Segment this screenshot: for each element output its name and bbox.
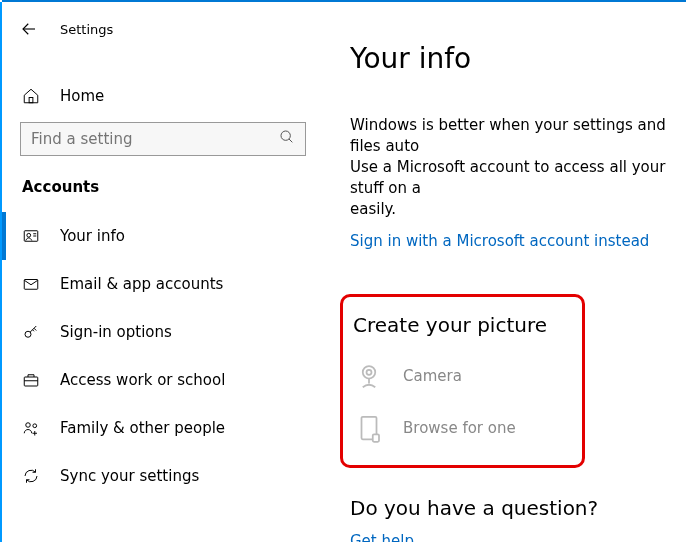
key-icon — [22, 323, 40, 341]
question-heading: Do you have a question? — [350, 496, 686, 520]
browse-icon — [353, 413, 385, 443]
browse-label: Browse for one — [403, 419, 516, 437]
browse-option[interactable]: Browse for one — [353, 413, 582, 443]
svg-point-13 — [33, 424, 37, 428]
nav-label: Family & other people — [60, 419, 225, 437]
home-icon — [22, 87, 40, 105]
highlight-box: Create your picture Camera Browse for on… — [340, 294, 585, 468]
sync-icon — [22, 467, 40, 485]
camera-icon — [353, 361, 385, 391]
svg-line-3 — [289, 139, 292, 142]
svg-point-16 — [363, 366, 376, 379]
title-bar: Settings — [2, 12, 324, 46]
svg-point-5 — [27, 233, 31, 237]
info-line: Use a Microsoft account to access all yo… — [350, 158, 665, 197]
info-line: Windows is better when your settings and… — [350, 116, 666, 155]
page-title: Your info — [350, 42, 686, 75]
nav-label: Access work or school — [60, 371, 225, 389]
svg-point-17 — [367, 370, 372, 375]
camera-option[interactable]: Camera — [353, 361, 582, 391]
home-item[interactable]: Home — [2, 74, 324, 118]
nav-list: Your info Email & app accounts Sign-in o… — [2, 212, 324, 500]
picture-heading: Create your picture — [353, 313, 582, 337]
signin-link[interactable]: Sign in with a Microsoft account instead — [350, 232, 649, 250]
nav-label: Sign-in options — [60, 323, 172, 341]
svg-point-9 — [25, 331, 31, 337]
mail-icon — [22, 275, 40, 293]
app-frame: Settings Home Accounts — [0, 0, 686, 542]
info-line: easily. — [350, 200, 396, 218]
main-content: Your info Windows is better when your se… — [324, 2, 686, 542]
camera-label: Camera — [403, 367, 462, 385]
sidebar-item-sync[interactable]: Sync your settings — [2, 452, 324, 500]
window-title: Settings — [60, 22, 113, 37]
sidebar: Settings Home Accounts — [0, 2, 324, 542]
svg-point-12 — [26, 423, 31, 428]
svg-rect-19 — [373, 434, 379, 442]
arrow-left-icon — [20, 20, 38, 38]
info-text: Windows is better when your settings and… — [350, 115, 686, 220]
sidebar-item-work[interactable]: Access work or school — [2, 356, 324, 404]
search-icon — [279, 129, 295, 149]
search-input[interactable] — [31, 130, 279, 148]
back-button[interactable] — [20, 20, 38, 38]
svg-rect-10 — [24, 377, 38, 386]
nav-label: Sync your settings — [60, 467, 199, 485]
section-heading: Accounts — [2, 156, 324, 204]
user-icon — [22, 227, 40, 245]
nav-label: Email & app accounts — [60, 275, 223, 293]
sidebar-item-signin[interactable]: Sign-in options — [2, 308, 324, 356]
sidebar-item-email[interactable]: Email & app accounts — [2, 260, 324, 308]
sidebar-item-your-info[interactable]: Your info — [2, 212, 324, 260]
family-icon — [22, 419, 40, 437]
sidebar-item-family[interactable]: Family & other people — [2, 404, 324, 452]
nav-label: Your info — [60, 227, 125, 245]
svg-rect-1 — [29, 98, 33, 103]
svg-point-2 — [281, 131, 290, 140]
search-box[interactable] — [20, 122, 306, 156]
home-label: Home — [60, 87, 104, 105]
get-help-link[interactable]: Get help — [350, 532, 414, 542]
briefcase-icon — [22, 371, 40, 389]
